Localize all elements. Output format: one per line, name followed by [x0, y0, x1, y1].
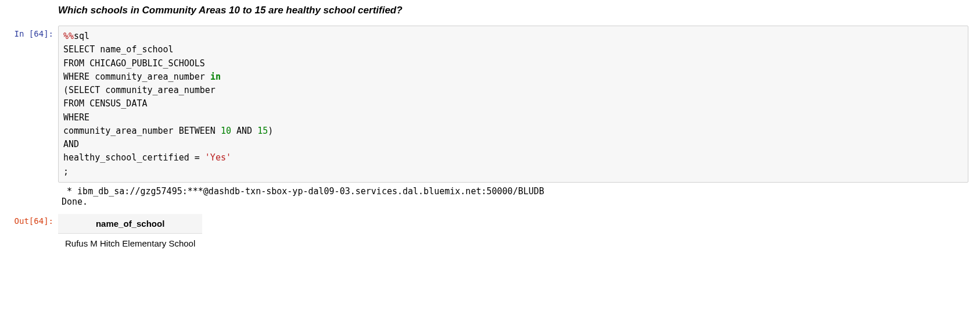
code-line: (SELECT community_area_number — [63, 85, 216, 95]
in-prompt: In [64]: — [0, 26, 58, 208]
number-literal: 10 — [221, 126, 231, 136]
result-table: name_of_school Rufus M Hitch Elementary … — [58, 214, 202, 253]
connection-string: * ibm_db_sa://gzg57495:***@dashdb-txn-sb… — [62, 186, 544, 197]
status-done: Done. — [62, 197, 88, 207]
empty-prompt: . — [0, 2, 58, 21]
code-line: WHERE — [63, 112, 89, 123]
code-line: FROM CHICAGO_PUBLIC_SCHOOLS — [63, 58, 205, 69]
code-line: ) — [268, 126, 273, 136]
string-literal: 'Yes' — [205, 152, 231, 163]
code-line: community_area_number BETWEEN — [63, 126, 221, 136]
code-line: AND — [231, 126, 257, 136]
code-line: AND — [63, 139, 79, 149]
table-row: Rufus M Hitch Elementary School — [58, 233, 202, 253]
code-line: WHERE community_area_number — [63, 72, 210, 82]
code-line: ; — [63, 166, 69, 177]
cell-magic-prefix: %% — [63, 31, 74, 41]
stdout-output: * ibm_db_sa://gzg57495:***@dashdb-txn-sb… — [58, 183, 968, 208]
column-header: name_of_school — [58, 214, 202, 234]
cell-magic-name: sql — [74, 31, 89, 41]
code-line: healthy_school_certified = — [63, 152, 205, 163]
question-heading: Which schools in Community Areas 10 to 1… — [58, 2, 968, 21]
out-prompt: Out[64]: — [0, 213, 58, 253]
keyword-in: in — [210, 72, 221, 82]
code-line: FROM CENSUS_DATA — [63, 98, 148, 109]
table-cell: Rufus M Hitch Elementary School — [58, 233, 202, 253]
code-input[interactable]: %%sql SELECT name_of_school FROM CHICAGO… — [58, 26, 968, 183]
table-header-row: name_of_school — [58, 214, 202, 234]
code-line: SELECT name_of_school — [63, 44, 174, 55]
output-cell: Out[64]: name_of_school Rufus M Hitch El… — [0, 210, 980, 255]
markdown-cell: . Which schools in Community Areas 10 to… — [0, 0, 980, 23]
number-literal: 15 — [257, 126, 268, 136]
code-cell: In [64]: %%sql SELECT name_of_school FRO… — [0, 23, 980, 210]
